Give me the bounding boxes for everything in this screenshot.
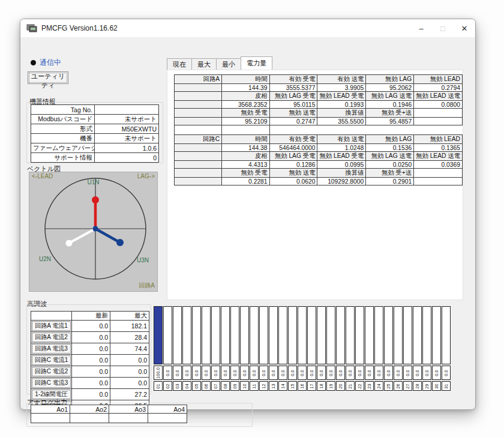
harmonic-bar	[154, 306, 163, 364]
energy-row: 無効 受電無効 送電換算値無効 受+送	[175, 169, 463, 178]
tab-1[interactable]: 現在	[167, 58, 192, 70]
harmonic-column-13: 0.013	[269, 306, 278, 391]
energy-value-cell: 144.39	[222, 84, 270, 92]
vector-origin-dot	[93, 226, 98, 232]
energy-value-cell: 355.5500	[317, 118, 366, 125]
energy-value-cell: 95.2109	[222, 118, 270, 125]
energy-value-cell: 0.1286	[269, 161, 317, 169]
harmonic-index-text: 22	[357, 384, 362, 388]
harmonics-header-latest: 最新	[72, 312, 110, 321]
status-dot-icon	[31, 60, 36, 65]
circuit-name-cell	[175, 109, 222, 118]
harmonic-value-text: 0.0	[367, 370, 372, 376]
harmonic-index-label: 12	[259, 381, 268, 391]
energy-header-cell: 無効 LAG	[366, 75, 414, 84]
harmonic-value-label: 0.0	[432, 366, 441, 380]
harmonic-column-12: 0.012	[259, 306, 268, 391]
energy-row: 皮相無効 LAG 受電無効 LEAD 受電無効 LAG 送電無効 LEAD 送電	[175, 152, 463, 161]
energy-header-cell: 皮相	[222, 92, 270, 101]
harmonic-index-text: 09	[232, 384, 238, 388]
harmonic-index-text: 01	[155, 384, 161, 388]
tab-3[interactable]: 最小	[216, 58, 241, 70]
close-button[interactable]: ✕	[454, 19, 475, 37]
harmonic-index-label: 02	[163, 381, 172, 391]
harmonic-value-text: 0.0	[203, 370, 209, 376]
tab-2[interactable]: 最大	[191, 58, 217, 70]
harmonic-value-text: 100.0	[155, 367, 161, 379]
energy-header-cell: 時間	[222, 75, 270, 84]
harmonic-index-label: 14	[278, 381, 287, 391]
harmonics-row-label-cell: 回路C 電流1	[31, 355, 72, 366]
u2-phase-vector	[66, 229, 96, 247]
harmonic-index-text: 13	[271, 384, 276, 388]
energy-spacer-row	[175, 125, 463, 135]
harmonics-row-button[interactable]: 回路C 電流2	[32, 367, 71, 376]
harmonic-column-01: 100.001	[154, 306, 163, 391]
energy-header-cell: 無効 LAG 受電	[269, 152, 317, 161]
harmonic-column-20: 0.020	[336, 306, 345, 391]
harmonic-index-text: 08	[223, 384, 228, 388]
analog-header-cell: Ao2	[70, 405, 109, 414]
harmonic-index-text: 17	[309, 384, 314, 388]
energy-header-cell: 換算値	[317, 109, 366, 118]
harmonic-value-label: 0.0	[269, 366, 278, 380]
harmonic-column-11: 0.011	[250, 306, 259, 391]
harmonic-value-label: 0.0	[250, 366, 259, 380]
harmonic-index-label: 01	[154, 381, 163, 391]
status-label: 通信中	[40, 58, 61, 68]
app-window: PMCFG Version1.16.62 – □ ✕ 通信中 ユーティリティ 機…	[20, 19, 476, 410]
harmonics-row-button[interactable]: 回路C 電流1	[32, 355, 71, 365]
harmonics-row-button[interactable]: 回路C 電流3	[32, 378, 71, 388]
harmonics-row-label-cell: 回路C 電流3	[31, 378, 72, 389]
harmonics-row-button[interactable]: 回路A 電流1	[32, 321, 71, 331]
circuit-name-cell	[175, 92, 222, 101]
energy-row: 95.21090.2747355.550095.4857	[175, 118, 463, 125]
energy-row: 回路A時間有効 受電有効 送電無効 LAG無効 LEAD	[175, 75, 463, 84]
device-info-value: 未サポート	[95, 134, 159, 143]
spacer-cell	[222, 125, 270, 135]
harmonic-value-label: 0.0	[173, 366, 182, 380]
harmonics-max-value: 0.0	[110, 378, 149, 389]
harmonic-index-label: 18	[317, 381, 326, 391]
spacer-cell	[269, 125, 462, 135]
harmonic-bar	[432, 306, 441, 364]
minimize-button[interactable]: –	[410, 19, 432, 37]
harmonic-value-label: 0.0	[326, 366, 335, 380]
circuit-name-cell	[175, 169, 222, 178]
harmonics-row: 回路A 電流10.0182.1	[31, 321, 149, 332]
maximize-button: □	[432, 19, 454, 37]
harmonics-max-value: 0.0	[110, 366, 149, 378]
energy-header-cell: 無効 LEAD 受電	[317, 92, 366, 101]
harmonic-value-text: 0.0	[386, 370, 391, 376]
harmonic-index-label: 03	[173, 381, 182, 391]
harmonic-index-label: 15	[288, 381, 297, 391]
harmonic-index-text: 12	[261, 384, 266, 388]
harmonic-value-text: 0.0	[443, 370, 449, 376]
harmonic-bar	[182, 306, 191, 364]
harmonic-value-text: 0.0	[376, 370, 382, 376]
tab-4[interactable]: 電力量	[241, 56, 272, 70]
energy-value-cell: 0.0995	[317, 161, 366, 169]
harmonics-row-button[interactable]: 回路A 電流3	[32, 344, 71, 354]
harmonic-value-text: 0.0	[184, 370, 190, 376]
energy-row: 0.22810.0620109292.80000.2901	[175, 178, 463, 185]
harmonic-value-text: 0.0	[232, 370, 238, 376]
energy-row: 4.43130.12860.09950.02500.0369	[175, 161, 463, 169]
harmonic-bar	[422, 306, 431, 364]
harmonic-column-25: 0.025	[384, 306, 393, 391]
harmonic-index-text: 29	[424, 384, 430, 388]
harmonic-index-text: 16	[299, 384, 305, 388]
utility-button[interactable]: ユーティリティ	[28, 71, 68, 84]
harmonic-column-30: 0.030	[432, 306, 441, 391]
harmonics-latest-value: 0.0	[72, 366, 110, 378]
harmonics-latest-value: 0.0	[72, 378, 110, 389]
harmonics-row-button[interactable]: 回路A 電流2	[32, 333, 71, 342]
harmonic-value-text: 0.0	[194, 370, 199, 376]
harmonic-index-text: 04	[184, 384, 190, 388]
harmonic-value-text: 0.0	[405, 370, 410, 376]
harmonic-value-label: 0.0	[384, 366, 393, 380]
device-info-label: 形式	[31, 124, 95, 134]
harmonic-column-16: 0.016	[298, 306, 307, 391]
energy-value-cell: 95.2062	[366, 84, 414, 92]
harmonic-bar	[298, 306, 307, 364]
